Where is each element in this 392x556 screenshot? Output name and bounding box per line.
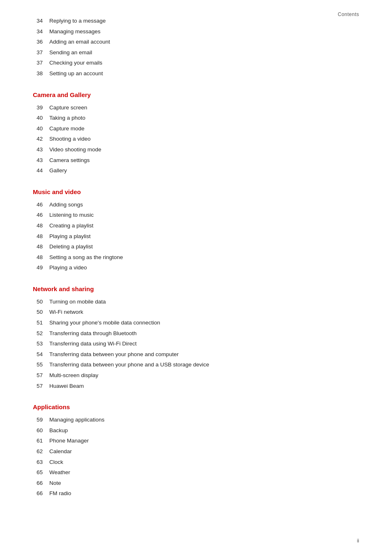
toc-item-text: Taking a photo xyxy=(49,114,85,123)
toc-item: 65Weather xyxy=(33,468,359,477)
toc-page-number: 37 xyxy=(33,58,49,67)
toc-page-number: 44 xyxy=(33,166,49,175)
toc-page-number: 61 xyxy=(33,436,49,445)
toc-item-text: Sending an email xyxy=(49,48,92,57)
toc-item-text: Clock xyxy=(49,458,63,467)
toc-item-text: Adding songs xyxy=(49,200,83,209)
toc-item: 40Taking a photo xyxy=(33,114,359,123)
section-title-camera-gallery: Camera and Gallery xyxy=(33,91,359,98)
toc-section-email-section-continued: 34Replying to a message34Managing messag… xyxy=(33,16,359,78)
toc-page-number: 36 xyxy=(33,37,49,46)
toc-item: 48Creating a playlist xyxy=(33,221,359,230)
contents-header: Contents xyxy=(338,12,359,17)
section-title-applications: Applications xyxy=(33,403,359,410)
toc-item: 50Wi-Fi network xyxy=(33,308,359,317)
toc-item-text: Transferring data between your phone and… xyxy=(49,360,209,369)
toc-page-number: 50 xyxy=(33,297,49,306)
toc-item-text: Adding an email account xyxy=(49,37,110,46)
toc-page-number: 48 xyxy=(33,221,49,230)
toc-item-text: Turning on mobile data xyxy=(49,297,106,306)
toc-item: 48Setting a song as the ringtone xyxy=(33,253,359,262)
toc-page-number: 59 xyxy=(33,415,49,424)
toc-item-text: Wi-Fi network xyxy=(49,308,83,317)
toc-item-text: Calendar xyxy=(49,447,72,456)
toc-page-number: 62 xyxy=(33,447,49,456)
toc-item: 50Turning on mobile data xyxy=(33,297,359,306)
page-footer: ii xyxy=(357,538,359,544)
toc-item: 57Huawei Beam xyxy=(33,382,359,391)
toc-item-text: Playing a playlist xyxy=(49,232,91,241)
toc-item: 37Sending an email xyxy=(33,48,359,57)
toc-item: 53Transferring data using Wi-Fi Direct xyxy=(33,339,359,348)
toc-item: 48Playing a playlist xyxy=(33,232,359,241)
toc-item: 49Playing a video xyxy=(33,263,359,272)
toc-page-number: 37 xyxy=(33,48,49,57)
toc-item: 66Note xyxy=(33,479,359,488)
toc-item-text: Multi-screen display xyxy=(49,371,98,380)
toc-page-number: 48 xyxy=(33,232,49,241)
toc-item-text: Managing messages xyxy=(49,27,101,36)
toc-item-text: Huawei Beam xyxy=(49,382,84,391)
toc-page-number: 34 xyxy=(33,27,49,36)
toc-item: 34Replying to a message xyxy=(33,16,359,25)
toc-item-text: Phone Manager xyxy=(49,436,89,445)
toc-item-text: Setting up an account xyxy=(49,69,103,78)
section-title-music-video: Music and video xyxy=(33,188,359,195)
toc-item-text: Gallery xyxy=(49,166,67,175)
toc-item: 62Calendar xyxy=(33,447,359,456)
toc-page-number: 57 xyxy=(33,382,49,391)
toc-item: 37Checking your emails xyxy=(33,58,359,67)
toc-item-text: Capture screen xyxy=(49,103,87,112)
toc-item: 57Multi-screen display xyxy=(33,371,359,380)
toc-page-number: 39 xyxy=(33,103,49,112)
toc-page-number: 40 xyxy=(33,114,49,123)
toc-item-text: Managing applications xyxy=(49,415,104,424)
toc-item-text: Sharing your phone's mobile data connect… xyxy=(49,318,160,327)
toc-list-email-section-continued: 34Replying to a message34Managing messag… xyxy=(33,16,359,78)
toc-page-number: 51 xyxy=(33,318,49,327)
toc-item-text: Video shooting mode xyxy=(49,145,101,154)
toc-page-number: 52 xyxy=(33,329,49,338)
toc-item: 46Adding songs xyxy=(33,200,359,209)
toc-page-number: 63 xyxy=(33,458,49,467)
toc-page-number: 49 xyxy=(33,263,49,272)
toc-item: 40Capture mode xyxy=(33,124,359,133)
toc-item: 66FM radio xyxy=(33,489,359,498)
toc-page-number: 57 xyxy=(33,371,49,380)
toc-item: 43Camera settings xyxy=(33,156,359,165)
toc-page-number: 66 xyxy=(33,479,49,488)
toc-item: 59Managing applications xyxy=(33,415,359,424)
toc-item-text: Playing a video xyxy=(49,263,87,272)
toc-item-text: Camera settings xyxy=(49,156,90,165)
toc-item: 44Gallery xyxy=(33,166,359,175)
toc-list-music-video: 46Adding songs46Listening to music48Crea… xyxy=(33,200,359,272)
toc-item: 61Phone Manager xyxy=(33,436,359,445)
toc-item: 60Backup xyxy=(33,426,359,435)
toc-page-number: 50 xyxy=(33,308,49,317)
toc-item: 51Sharing your phone's mobile data conne… xyxy=(33,318,359,327)
toc-item: 55Transferring data between your phone a… xyxy=(33,360,359,369)
toc-item: 36Adding an email account xyxy=(33,37,359,46)
toc-item-text: Backup xyxy=(49,426,68,435)
toc-list-network-sharing: 50Turning on mobile data50Wi-Fi network5… xyxy=(33,297,359,390)
toc-list-camera-gallery: 39Capture screen40Taking a photo40Captur… xyxy=(33,103,359,175)
toc-container: 34Replying to a message34Managing messag… xyxy=(33,16,359,498)
toc-item-text: Transferring data using Wi-Fi Direct xyxy=(49,339,137,348)
toc-item-text: Note xyxy=(49,479,61,488)
toc-page-number: 55 xyxy=(33,360,49,369)
toc-item: 42Shooting a video xyxy=(33,134,359,144)
toc-item: 43Video shooting mode xyxy=(33,145,359,154)
toc-item-text: Transferring data between your phone and… xyxy=(49,350,179,359)
toc-item-text: Creating a playlist xyxy=(49,221,93,230)
toc-page-number: 48 xyxy=(33,253,49,262)
toc-item-text: Replying to a message xyxy=(49,16,106,25)
toc-page-number: 42 xyxy=(33,134,49,144)
toc-page-number: 40 xyxy=(33,124,49,133)
toc-section-applications: Applications59Managing applications60Bac… xyxy=(33,403,359,498)
toc-page-number: 60 xyxy=(33,426,49,435)
toc-section-network-sharing: Network and sharing50Turning on mobile d… xyxy=(33,285,359,390)
toc-page-number: 53 xyxy=(33,339,49,348)
toc-item-text: FM radio xyxy=(49,489,71,498)
toc-item-text: Setting a song as the ringtone xyxy=(49,253,123,262)
toc-item-text: Weather xyxy=(49,468,70,477)
